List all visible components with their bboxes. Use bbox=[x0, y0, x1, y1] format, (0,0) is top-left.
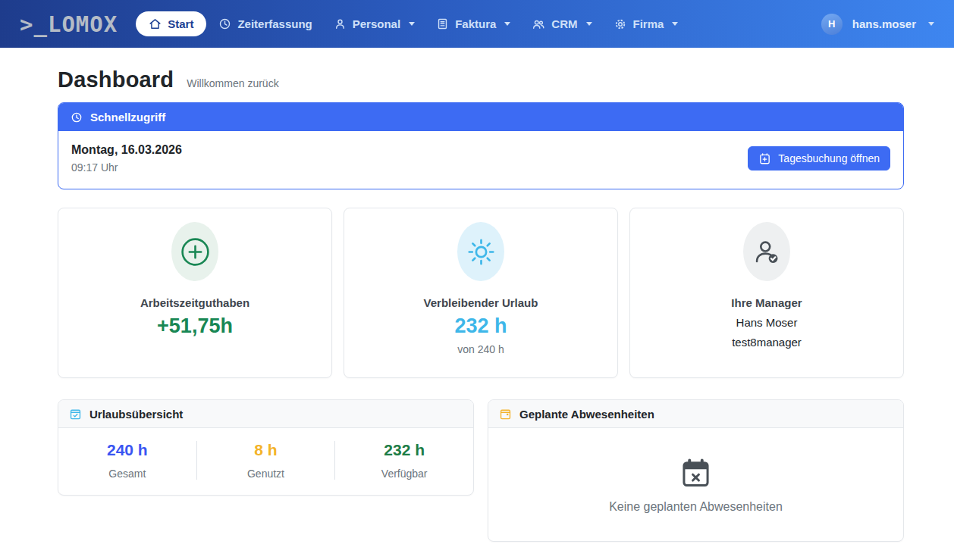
chevron-down-icon bbox=[586, 22, 592, 26]
calendar-x-icon bbox=[679, 456, 713, 490]
page-title: Dashboard bbox=[58, 67, 174, 92]
nav-item-firma[interactable]: Firma bbox=[604, 11, 688, 37]
current-time: 09:17 Uhr bbox=[71, 161, 182, 174]
quick-access-card: Schnellzugriff Montag, 16.03.2026 09:17 … bbox=[58, 102, 904, 189]
stat-subtext: von 240 h bbox=[457, 343, 504, 355]
button-label: Tagesbuchung öffnen bbox=[778, 152, 880, 164]
stat-card-manager: Ihre Manager Hans Moser test8manager bbox=[629, 208, 904, 378]
stats-row: Arbeitszeitguthaben +51,75h Verbleibende… bbox=[58, 208, 904, 378]
current-date: Montag, 16.03.2026 bbox=[71, 143, 182, 157]
vacation-available-value: 232 h bbox=[335, 441, 473, 459]
vacation-overview-header: Urlaubsübersicht bbox=[58, 400, 473, 428]
calendar-plus-icon bbox=[758, 152, 771, 165]
clock-icon bbox=[71, 111, 83, 124]
manager-name: Hans Moser bbox=[736, 316, 798, 329]
nav-label: Zeiterfassung bbox=[237, 17, 312, 30]
empty-state-text: Keine geplanten Abwesenheiten bbox=[609, 500, 783, 514]
user-name: hans.moser bbox=[852, 17, 916, 30]
nav-label: CRM bbox=[551, 17, 577, 30]
stat-card-worktime: Arbeitszeitguthaben +51,75h bbox=[58, 208, 332, 378]
vacation-used-value: 8 h bbox=[197, 441, 335, 459]
date-time-block: Montag, 16.03.2026 09:17 Uhr bbox=[71, 143, 182, 174]
stat-value: +51,75h bbox=[157, 314, 233, 338]
app-logo: >_LOMOX bbox=[20, 11, 118, 37]
vacation-used-label: Genutzt bbox=[197, 468, 335, 480]
chevron-down-icon bbox=[504, 22, 510, 26]
stat-label: Verbleibender Urlaub bbox=[424, 296, 538, 309]
vacation-overview-panel: Urlaubsübersicht 240 h Gesamt 8 h Genutz… bbox=[58, 399, 474, 496]
nav-item-start[interactable]: Start bbox=[136, 11, 206, 36]
main-content: Dashboard Willkommen zurück Schnellzugri… bbox=[58, 67, 904, 542]
nav-label: Personal bbox=[353, 17, 400, 30]
page-header: Dashboard Willkommen zurück bbox=[58, 67, 904, 92]
page-subtitle: Willkommen zurück bbox=[187, 77, 278, 89]
clock-icon bbox=[218, 17, 231, 30]
vacation-col-total: 240 h Gesamt bbox=[58, 441, 196, 480]
journal-icon bbox=[436, 17, 449, 30]
nav-item-crm[interactable]: CRM bbox=[523, 11, 601, 37]
planned-absences-empty-state: Keine geplanten Abwesenheiten bbox=[488, 428, 903, 541]
people-icon bbox=[532, 17, 545, 31]
vacation-col-used: 8 h Genutzt bbox=[196, 441, 335, 480]
vacation-stats: 240 h Gesamt 8 h Genutzt 232 h Verfügbar bbox=[58, 428, 473, 495]
panel-title: Geplante Abwesenheiten bbox=[519, 408, 654, 421]
vacation-available-label: Verfügbar bbox=[335, 468, 473, 480]
chevron-down-icon bbox=[928, 22, 934, 26]
stat-value: 232 h bbox=[454, 314, 507, 338]
main-menu: Start Zeiterfassung Personal Faktura bbox=[136, 11, 687, 37]
open-day-booking-button[interactable]: Tagesbuchung öffnen bbox=[748, 146, 890, 171]
nav-item-zeiterfassung[interactable]: Zeiterfassung bbox=[209, 11, 321, 36]
stat-label: Arbeitszeitguthaben bbox=[140, 296, 249, 309]
chevron-down-icon bbox=[409, 22, 415, 26]
planned-absences-header: Geplante Abwesenheiten bbox=[488, 400, 903, 428]
person-icon bbox=[334, 17, 347, 30]
chevron-down-icon bbox=[672, 22, 678, 26]
calendar-event-icon bbox=[499, 408, 512, 421]
stat-label: Ihre Manager bbox=[731, 296, 802, 309]
vacation-total-value: 240 h bbox=[58, 441, 196, 459]
vacation-total-label: Gesamt bbox=[58, 468, 196, 480]
person-check-icon bbox=[751, 236, 783, 267]
quick-access-body: Montag, 16.03.2026 09:17 Uhr Tagesbuchun… bbox=[58, 131, 903, 189]
sun-icon bbox=[465, 236, 497, 268]
calendar-check-icon bbox=[69, 408, 82, 421]
avatar: H bbox=[821, 14, 843, 35]
nav-label: Start bbox=[168, 17, 193, 30]
home-icon bbox=[149, 17, 162, 30]
bottom-row: Urlaubsübersicht 240 h Gesamt 8 h Genutz… bbox=[58, 399, 904, 542]
quick-access-header: Schnellzugriff bbox=[58, 103, 903, 131]
quick-access-title: Schnellzugriff bbox=[90, 111, 165, 124]
nav-label: Firma bbox=[633, 17, 664, 30]
nav-item-personal[interactable]: Personal bbox=[325, 11, 424, 36]
stat-card-vacation: Verbleibender Urlaub 232 h von 240 h bbox=[344, 208, 618, 378]
planned-absences-panel: Geplante Abwesenheiten Keine geplanten A… bbox=[488, 399, 904, 542]
gear-icon bbox=[614, 17, 627, 31]
vacation-col-available: 232 h Verfügbar bbox=[334, 441, 473, 480]
nav-label: Faktura bbox=[455, 17, 496, 30]
plus-circle-icon bbox=[178, 235, 212, 269]
stat-bubble bbox=[171, 222, 218, 281]
top-navbar: >_LOMOX Start Zeiterfassung Personal bbox=[0, 0, 954, 48]
stat-bubble bbox=[743, 222, 790, 281]
stat-bubble bbox=[457, 222, 504, 281]
panel-title: Urlaubsübersicht bbox=[89, 408, 183, 421]
user-menu[interactable]: H hans.moser bbox=[821, 14, 934, 35]
nav-item-faktura[interactable]: Faktura bbox=[427, 11, 519, 36]
manager-username: test8manager bbox=[732, 336, 802, 349]
